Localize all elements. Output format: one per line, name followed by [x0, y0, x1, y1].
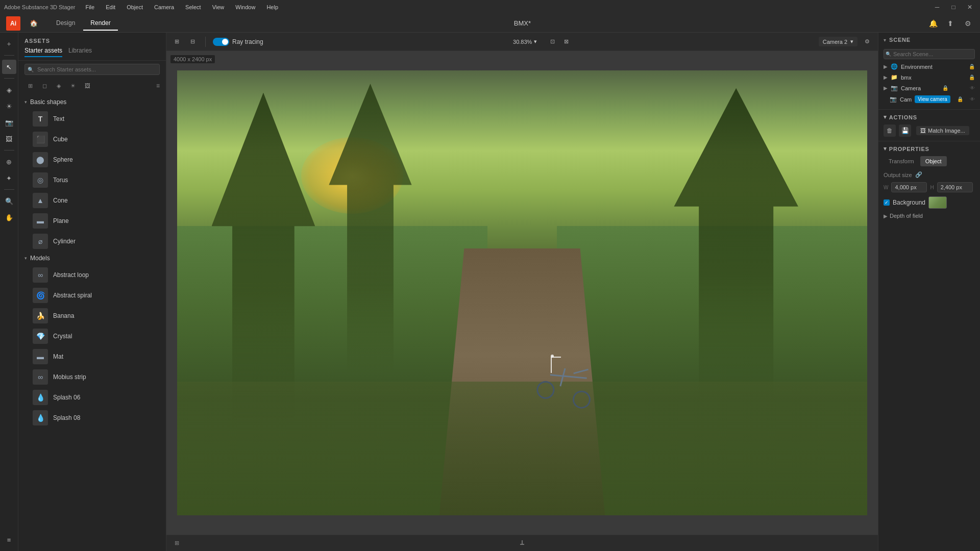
minimize-button[interactable]: ─ — [931, 3, 943, 12]
title-bar-left: Adobe Substance 3D Stager File Edit Obje… — [4, 3, 280, 11]
asset-cube[interactable]: ⬛ Cube ⋮⋮ — [18, 129, 166, 149]
scene-bmx-label: bmx — [901, 74, 912, 81]
asset-mobius-strip-icon: ∞ — [33, 369, 48, 385]
menu-window[interactable]: Window — [233, 3, 257, 11]
scene-item-cam-view[interactable]: 📷 Cam View camera 🔒 👁 — [878, 93, 980, 105]
material-tool[interactable]: ◈ — [2, 83, 16, 97]
filter-all-icon[interactable]: ⊞ — [24, 80, 36, 91]
asset-plane[interactable]: ▬ Plane ⋮⋮ — [18, 211, 166, 231]
match-image-button[interactable]: 🖼 Match Image... — [916, 126, 969, 135]
add-icon[interactable]: ＋ — [2, 37, 16, 51]
assets-search-input[interactable] — [24, 64, 160, 75]
filter-image-icon[interactable]: 🖼 — [82, 80, 93, 91]
menu-edit[interactable]: Edit — [104, 3, 117, 11]
bottom-tool[interactable]: ≡ — [2, 533, 16, 547]
left-toolbar: ＋ ↖ ◈ ☀ 📷 🖼 ⊕ ✦ 🔍 ✋ ≡ — [0, 33, 18, 551]
assets-tab-starter[interactable]: Starter assets — [24, 47, 62, 57]
settings-icon[interactable]: ⚙ — [962, 17, 974, 30]
asset-sphere-label: Sphere — [53, 156, 143, 163]
ray-tracing-switch[interactable] — [213, 38, 229, 46]
maximize-button[interactable]: □ — [947, 3, 960, 12]
menu-file[interactable]: File — [83, 3, 96, 11]
asset-text[interactable]: T Text ⋮⋮ — [18, 109, 166, 129]
properties-header[interactable]: ▾ PROPERTIES — [884, 145, 975, 152]
viewport-fit-icon[interactable]: ⊡ — [547, 37, 558, 46]
assets-list-view-icon[interactable]: ≡ — [156, 82, 160, 89]
prop-tab-object[interactable]: Object — [920, 156, 947, 166]
transform-tool[interactable]: ⊕ — [2, 155, 16, 169]
height-value: 2,400 px — [941, 184, 962, 190]
output-size-link-icon[interactable]: 🔗 — [915, 171, 922, 178]
scene-search-icon: 🔍 — [886, 52, 891, 57]
bottom-grid-icon[interactable]: ⊞ — [172, 538, 182, 548]
env-arrow: ▶ — [884, 64, 888, 69]
assets-tab-libraries[interactable]: Libraries — [68, 47, 92, 57]
camera-selector[interactable]: Camera 2 ▾ — [819, 37, 857, 46]
notifications-icon[interactable]: 🔔 — [927, 17, 939, 30]
share-icon[interactable]: ⬆ — [944, 17, 957, 30]
menu-help[interactable]: Help — [264, 3, 280, 11]
asset-mobius-strip[interactable]: ∞ Mobius strip ⋮⋮ — [18, 367, 166, 387]
filter-material-icon[interactable]: ◈ — [53, 80, 64, 91]
menu-object[interactable]: Object — [125, 3, 145, 11]
height-field[interactable]: 2,400 px — [937, 182, 973, 192]
filter-3d-icon[interactable]: ◻ — [39, 80, 50, 91]
filter-light-icon[interactable]: ☀ — [67, 80, 79, 91]
assets-content: ▾ Basic shapes T Text ⋮⋮ ⬛ Cube ⋮⋮ ⬤ Sph… — [18, 93, 166, 551]
action-delete-btn[interactable]: 🗑 — [884, 124, 896, 137]
scene-item-bmx[interactable]: ▶ 📁 bmx 🔒 — [878, 72, 980, 83]
background-checkbox[interactable] — [884, 199, 890, 206]
camera-tool[interactable]: 📷 — [2, 115, 16, 130]
pivot-tool[interactable]: ✦ — [2, 171, 16, 185]
asset-mat-label: Mat — [53, 353, 143, 360]
background-preview[interactable] — [928, 196, 947, 209]
viewport-canvas[interactable]: 4000 x 2400 px — [166, 51, 878, 535]
zoom-dropdown-icon: ▾ — [534, 38, 537, 45]
menu-camera[interactable]: Camera — [152, 3, 176, 11]
asset-sphere[interactable]: ⬤ Sphere ⋮⋮ — [18, 149, 166, 170]
light-tool[interactable]: ☀ — [2, 99, 16, 113]
asset-cone[interactable]: ▲ Cone ⋮⋮ — [18, 190, 166, 211]
asset-splash-06[interactable]: 💧 Splash 06 ⋮⋮ — [18, 387, 166, 408]
menu-view[interactable]: View — [210, 3, 227, 11]
action-save-btn[interactable]: 💾 — [899, 124, 911, 137]
actions-header[interactable]: ▾ ACTIONS — [884, 114, 975, 120]
asset-abstract-loop[interactable]: ∞ Abstract loop ⋮⋮ — [18, 265, 166, 285]
depth-of-field-section[interactable]: ▶ Depth of field — [884, 213, 975, 219]
home-icon[interactable]: 🏠 — [27, 16, 41, 31]
asset-abstract-spiral[interactable]: 🌀 Abstract spiral ⋮⋮ — [18, 285, 166, 306]
tab-design[interactable]: Design — [49, 16, 82, 31]
viewport-display-icon[interactable]: ⊟ — [187, 37, 198, 46]
close-button[interactable]: ✕ — [964, 3, 976, 12]
width-field[interactable]: 4,000 px — [891, 182, 927, 192]
scene-collapse-icon[interactable]: ▾ — [884, 37, 886, 43]
viewport-grid-icon[interactable]: ⊞ — [172, 37, 182, 46]
asset-torus[interactable]: ◎ Torus ⋮⋮ — [18, 170, 166, 190]
scene-item-camera[interactable]: ▶ 📷 Camera 🔒 👁 — [878, 83, 980, 93]
env-icon: 🌐 — [891, 63, 898, 70]
menu-select[interactable]: Select — [183, 3, 203, 11]
asset-banana[interactable]: 🍌 Banana ⋮⋮ — [18, 306, 166, 326]
search-tool[interactable]: 🔍 — [2, 194, 16, 208]
asset-crystal[interactable]: 💎 Crystal ⋮⋮ — [18, 326, 166, 346]
zoom-level-control[interactable]: 30.83% ▾ — [510, 37, 540, 46]
camera-settings-icon[interactable]: ⚙ — [862, 37, 873, 46]
scene-search-input[interactable] — [884, 49, 975, 59]
assets-header: ASSETS — [18, 33, 166, 47]
asset-splash-08[interactable]: 💧 Splash 08 ⋮⋮ — [18, 408, 166, 428]
section-basic-shapes[interactable]: ▾ Basic shapes — [18, 95, 166, 109]
select-tool[interactable]: ↖ — [2, 60, 16, 74]
asset-abstract-spiral-icon: 🌀 — [33, 288, 48, 303]
section-models[interactable]: ▾ Models — [18, 252, 166, 265]
bmx-lock-icon: 🔒 — [969, 74, 975, 80]
asset-cylinder[interactable]: ⌀ Cylinder ⋮⋮ — [18, 231, 166, 252]
pan-tool[interactable]: ✋ — [2, 210, 16, 224]
view-camera-button[interactable]: View camera — [915, 95, 950, 103]
tab-render[interactable]: Render — [83, 16, 117, 31]
scene-item-environment[interactable]: ▶ 🌐 Environment 🔒 — [878, 61, 980, 72]
asset-mat[interactable]: ▬ Mat ⋮⋮ — [18, 346, 166, 367]
viewport-aspect-icon[interactable]: ⊠ — [561, 37, 572, 46]
actions-collapse-icon: ▾ — [884, 114, 887, 120]
image-tool[interactable]: 🖼 — [2, 132, 16, 146]
prop-tab-transform[interactable]: Transform — [884, 156, 919, 166]
